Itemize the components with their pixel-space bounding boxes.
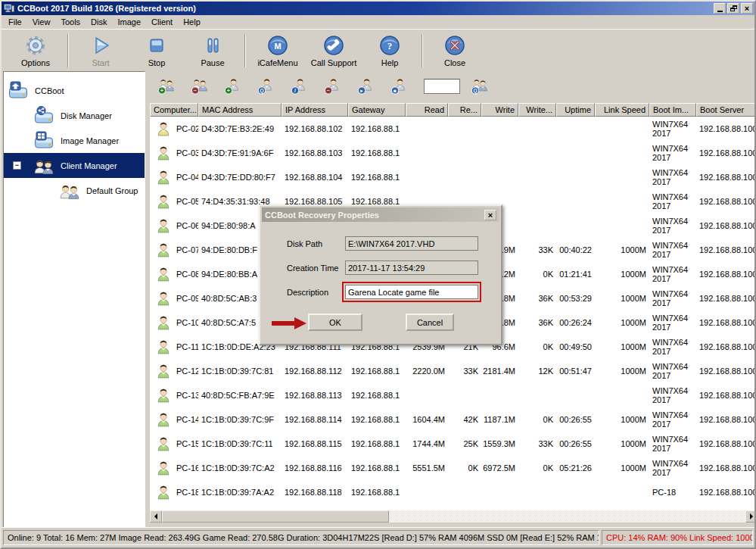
column-header-write_s[interactable]: Write... [518, 103, 556, 117]
column-header-gw[interactable]: Gateway [348, 103, 406, 117]
column-header-boot_server[interactable]: Boot Server [696, 103, 756, 117]
client-name-label: PC-06 [176, 221, 198, 230]
sidebar-item-image-manager[interactable]: Image Manager [4, 128, 145, 153]
restore-button[interactable] [727, 3, 739, 14]
column-header-name[interactable]: Computer... [150, 103, 198, 117]
description-field[interactable] [345, 285, 478, 299]
menu-item-image[interactable]: Image [112, 16, 146, 28]
edit-client-icon: / [291, 77, 309, 96]
scrollbar-thumb[interactable] [162, 510, 389, 522]
column-header-link[interactable]: Link Speed [595, 103, 649, 117]
toolbar-button-call-support[interactable]: Call Support [306, 32, 362, 70]
tree-collapse-icon[interactable]: − [13, 161, 21, 170]
column-header-boot_image[interactable]: Boot Im... [649, 103, 696, 117]
remove-group-button[interactable]: − [191, 76, 209, 96]
toolbar-button-help[interactable]: ?Help [362, 32, 418, 70]
toolbar-button-options[interactable]: Options [8, 32, 64, 70]
column-header-mac[interactable]: MAC Address [198, 103, 282, 117]
stop-icon [145, 33, 168, 58]
client-row-pc-14[interactable]: PC-141C:1B:0D:39:7C:9F192.168.88.114192.… [150, 407, 756, 432]
toolbar-button-stop[interactable]: Stop [129, 32, 185, 70]
toolbar-button-start[interactable]: Start [73, 32, 129, 70]
stop-client-button[interactable]: ■ [390, 76, 409, 96]
close-icon [443, 33, 466, 58]
client-status-icon [156, 412, 171, 427]
client-row-pc-12[interactable]: PC-121C:1B:0D:39:7C:81192.168.88.112192.… [150, 359, 756, 383]
start-client-button[interactable]: ▸ [357, 76, 375, 96]
cell-name: PC-13 [150, 383, 198, 407]
client-row-pc-18[interactable]: PC-181C:1B:0D:39:7A:A2192.168.88.118192.… [150, 480, 756, 504]
client-search-input[interactable] [424, 79, 460, 94]
cell-link [595, 189, 649, 214]
cell-boot_image: WIN7X64 2017 [649, 117, 696, 141]
cell-uptime [556, 383, 595, 407]
toolbar-button-label: Help [381, 58, 399, 67]
cell-read_s [448, 117, 481, 141]
scrollbar-track[interactable] [389, 510, 745, 522]
horizontal-scrollbar[interactable] [150, 510, 756, 522]
svg-text:M: M [274, 42, 281, 51]
column-header-ip[interactable]: IP Address [282, 103, 348, 117]
scroll-left-button[interactable] [150, 510, 162, 522]
navigation-tree: CCBootDisk ManagerImage Manager−Client M… [4, 78, 145, 203]
cell-boot_image: WIN7X64 2017 [649, 407, 696, 432]
default-group-icon [60, 182, 79, 200]
client-row-pc-15[interactable]: PC-151C:1B:0D:39:7C:11192.168.88.115192.… [150, 432, 756, 456]
toolbar-button-pause[interactable]: Pause [185, 32, 241, 70]
column-header-write[interactable]: Write [481, 103, 518, 117]
column-header-uptime[interactable]: Uptime [556, 103, 595, 117]
sidebar-item-ccboot[interactable]: CCBoot [4, 78, 145, 103]
cell-name: PC-16 [150, 456, 198, 480]
ok-button[interactable]: OK [308, 313, 362, 331]
column-header-read_s[interactable]: Re... [448, 103, 481, 117]
close-button[interactable]: × [741, 3, 753, 14]
add-client-button[interactable]: + [224, 76, 242, 96]
client-row-pc-13[interactable]: PC-1340:8D:5C:FB:A7:9E192.168.88.113192.… [150, 383, 756, 407]
options-icon [24, 33, 47, 58]
client-row-pc-04[interactable]: PC-04D4:3D:7E:DD:80:F7192.168.88.104192.… [150, 165, 756, 189]
toolbar-button-icafemenu[interactable]: MiCafeMenu [250, 32, 306, 70]
cell-uptime: 00:53:29 [556, 286, 595, 310]
cell-write_s: 33K [518, 432, 556, 456]
cell-boot_image: WIN7X64 2017 [649, 335, 696, 359]
disk-path-field[interactable] [345, 236, 478, 251]
cell-gw: 192.168.88.1 [348, 456, 406, 480]
cell-read: 1744.4M [406, 432, 448, 456]
cell-mac: D4:3D:7E:91:9A:6F [198, 141, 282, 165]
svg-text:+: + [227, 88, 230, 93]
menu-item-client[interactable]: Client [146, 16, 178, 28]
menu-item-file[interactable]: File [3, 16, 27, 28]
client-row-pc-03[interactable]: PC-03D4:3D:7E:91:9A:6F192.168.88.103192.… [150, 141, 756, 165]
column-header-read[interactable]: Read [406, 103, 448, 117]
menu-item-tools[interactable]: Tools [55, 16, 86, 28]
remove-client-button[interactable]: − [324, 76, 342, 96]
sidebar-item-default-group[interactable]: Default Group [4, 178, 145, 203]
cell-boot_image: WIN7X64 2017 [649, 214, 696, 238]
search-client-button[interactable]: Q [257, 76, 275, 96]
find-client-button[interactable]: Q [471, 76, 489, 96]
cell-uptime [556, 117, 595, 141]
sidebar-item-disk-manager[interactable]: Disk Manager [4, 103, 145, 128]
toolbar-button-close[interactable]: Close [427, 32, 483, 70]
minimize-button[interactable] [714, 3, 726, 14]
menu-item-view[interactable]: View [27, 16, 56, 28]
sidebar-item-client-manager[interactable]: −Client Manager [4, 153, 145, 178]
cell-boot_server: 192.168.88.100 [696, 165, 756, 189]
client-row-pc-02[interactable]: PC-02D4:3D:7E:B3:2E:49192.168.88.102192.… [150, 117, 756, 141]
menu-item-disk[interactable]: Disk [86, 16, 112, 28]
client-status-icon [156, 363, 171, 379]
cell-write_s [518, 189, 556, 214]
cancel-button[interactable]: Cancel [406, 313, 454, 331]
edit-client-button[interactable]: / [291, 76, 309, 96]
scroll-right-button[interactable] [745, 510, 756, 522]
dialog-close-button[interactable]: × [484, 210, 496, 220]
toolbar-button-label: Stop [148, 58, 166, 67]
menu-item-help[interactable]: Help [178, 16, 206, 28]
svg-text:−: − [327, 88, 330, 93]
client-row-pc-16[interactable]: PC-161C:1B:0D:39:7C:A2192.168.88.116192.… [150, 456, 756, 480]
add-group-button[interactable]: + [157, 76, 176, 96]
creation-time-field[interactable] [345, 260, 478, 275]
app-icon [4, 3, 14, 14]
cell-boot_server: 192.168.88.100 [696, 383, 756, 407]
cell-link: 1000M [595, 262, 649, 286]
